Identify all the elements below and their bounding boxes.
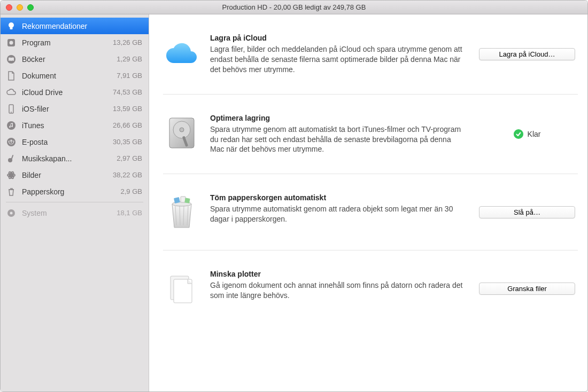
cloud-icon	[6, 87, 17, 98]
sidebar-item-label: iOS-filer	[22, 105, 107, 113]
recommendation-action: Granska filer	[476, 283, 578, 295]
sidebar-item-label: Bilder	[22, 171, 107, 179]
sidebar-item-label: E-posta	[22, 138, 107, 146]
close-button[interactable]	[6, 4, 12, 11]
lightbulb-icon	[6, 21, 17, 32]
sidebar-item-mail[interactable]: E-posta30,35 GB	[1, 134, 149, 150]
book-icon	[6, 54, 17, 65]
sidebar-divider	[6, 202, 143, 202]
recommendation-description: Spara utrymme genom att automatiskt ta b…	[210, 124, 467, 155]
storage-management-window: Production HD - 20,00 GB ledigt av 249,7…	[0, 0, 588, 392]
music-note-icon	[6, 120, 17, 131]
recommendation-title: Minska plotter	[210, 270, 467, 278]
sidebar-item-size: 74,53 GB	[113, 88, 142, 96]
sidebar-item-book[interactable]: Böcker1,29 GB	[1, 51, 149, 67]
traffic-lights	[6, 4, 34, 11]
recommendation-title: Lagra på iCloud	[210, 34, 467, 42]
svg-point-2	[180, 128, 184, 132]
done-label: Klar	[528, 130, 541, 138]
recommendation-icloud: Lagra på iCloudLagra filer, bilder och m…	[163, 14, 578, 95]
zoom-button[interactable]	[27, 4, 34, 11]
sidebar-item-document[interactable]: Dokument7,91 GB	[1, 67, 149, 84]
recommendation-action: Klar	[476, 129, 578, 139]
recommendation-trash-full: Töm papperskorgen automatisktSpara utrym…	[163, 174, 578, 250]
sidebar-item-guitar[interactable]: Musikskapan...2,97 GB	[1, 150, 149, 167]
sidebar-item-size: 13,26 GB	[113, 38, 142, 46]
sidebar-item-size: 38,22 GB	[113, 171, 142, 179]
guitar-icon	[6, 153, 17, 164]
sidebar-item-photos[interactable]: Bilder38,22 GB	[1, 167, 149, 183]
sidebar-item-label: Rekommendationer	[22, 22, 142, 30]
recommendation-text: Lagra på iCloudLagra filer, bilder och m…	[210, 34, 476, 75]
recommendation-text: Optimera lagringSpara utrymme genom att …	[210, 114, 476, 155]
sidebar-item-app[interactable]: Program13,26 GB	[1, 34, 149, 51]
sidebar-item-gear[interactable]: System18,1 GB	[1, 205, 149, 221]
checkmark-icon	[514, 129, 523, 139]
window-title: Production HD - 20,00 GB ledigt av 249,7…	[1, 3, 587, 11]
sidebar-item-trash[interactable]: Papperskorg2,9 GB	[1, 183, 149, 200]
hdd-icon	[163, 115, 200, 151]
trash-full-icon	[163, 194, 200, 231]
sidebar-item-label: System	[22, 209, 111, 217]
sidebar-item-lightbulb[interactable]: Rekommendationer	[1, 18, 149, 34]
sidebar-item-label: Papperskorg	[22, 187, 115, 196]
document-icon	[6, 70, 17, 81]
recommendation-action: Lagra på iCloud…	[476, 48, 578, 60]
svg-rect-9	[174, 197, 180, 203]
sidebar-item-size: 2,97 GB	[117, 154, 142, 162]
recommendation-description: Gå igenom dokument och annat innehåll so…	[210, 280, 467, 301]
recommendation-action: Slå på…	[476, 206, 578, 218]
sidebar-item-label: Dokument	[22, 72, 111, 80]
app-icon	[6, 37, 17, 48]
recommendation-text: Minska plotterGå igenom dokument och ann…	[210, 270, 476, 301]
sidebar-item-cloud[interactable]: iCloud Drive74,53 GB	[1, 84, 149, 100]
sidebar-item-size: 2,9 GB	[121, 187, 142, 195]
action-button[interactable]: Slå på…	[479, 206, 575, 218]
recommendation-title: Töm papperskorgen automatiskt	[210, 193, 467, 202]
sidebar-item-size: 30,35 GB	[113, 138, 142, 146]
recommendation-text: Töm papperskorgen automatisktSpara utrym…	[210, 193, 476, 224]
recommendation-title: Optimera lagring	[210, 114, 467, 122]
svg-rect-11	[184, 198, 190, 203]
titlebar[interactable]: Production HD - 20,00 GB ledigt av 249,7…	[1, 1, 587, 14]
icloud-icon	[163, 35, 200, 71]
sidebar-item-label: iCloud Drive	[22, 88, 107, 97]
stack-icon	[163, 271, 200, 307]
content-pane: Lagra på iCloudLagra filer, bilder och m…	[149, 14, 587, 391]
sidebar-item-size: 1,29 GB	[117, 55, 142, 63]
gear-icon	[6, 208, 17, 218]
photos-icon	[6, 170, 17, 181]
sidebar-item-label: Musikskapan...	[22, 154, 111, 163]
sidebar-item-music-note[interactable]: iTunes26,66 GB	[1, 117, 149, 134]
window-body: RekommendationerProgram13,26 GBBöcker1,2…	[1, 14, 587, 391]
recommendation-hdd: Optimera lagringSpara utrymme genom att …	[163, 95, 578, 175]
sidebar-item-size: 26,66 GB	[113, 121, 142, 129]
recommendation-stack: Minska plotterGå igenom dokument och ann…	[163, 250, 578, 326]
recommendation-description: Spara utrymme automatiskt genom att rade…	[210, 204, 467, 224]
sidebar-item-size: 7,91 GB	[117, 72, 142, 80]
sidebar: RekommendationerProgram13,26 GBBöcker1,2…	[1, 14, 149, 391]
sidebar-item-label: iTunes	[22, 121, 107, 130]
action-button[interactable]: Lagra på iCloud…	[479, 48, 575, 60]
recommendation-description: Lagra filer, bilder och meddelanden på i…	[210, 44, 467, 75]
sidebar-item-size: 18,1 GB	[117, 209, 142, 217]
phone-icon	[6, 104, 17, 114]
trash-icon	[6, 186, 17, 197]
sidebar-item-label: Böcker	[22, 55, 111, 64]
done-status: Klar	[479, 129, 575, 139]
sidebar-item-size: 13,59 GB	[113, 105, 142, 113]
sidebar-item-phone[interactable]: iOS-filer13,59 GB	[1, 100, 149, 117]
action-button[interactable]: Granska filer	[479, 283, 575, 295]
minimize-button[interactable]	[17, 4, 23, 11]
mail-icon	[6, 137, 17, 147]
sidebar-item-label: Program	[22, 38, 107, 47]
